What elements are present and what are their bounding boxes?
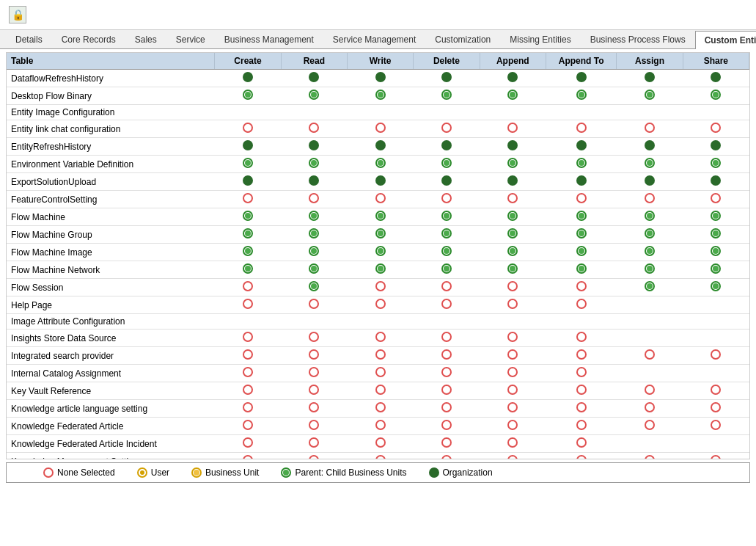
- none-selected-icon[interactable]: [43, 467, 54, 478]
- none-selected-icon[interactable]: [507, 193, 518, 203]
- none-selected-icon[interactable]: [243, 281, 253, 291]
- table-cell-assign[interactable]: [617, 279, 683, 296]
- table-cell-append[interactable]: [480, 244, 546, 261]
- table-cell-share[interactable]: [683, 279, 749, 296]
- organization-icon[interactable]: [375, 72, 386, 82]
- table-cell-share[interactable]: [683, 296, 749, 314]
- parent-child-bu-icon[interactable]: [576, 228, 587, 239]
- table-cell-append[interactable]: [480, 279, 546, 296]
- table-cell-read[interactable]: [281, 244, 347, 261]
- table-cell-appendto[interactable]: [546, 314, 616, 330]
- table-cell-read[interactable]: [281, 400, 347, 418]
- table-cell-share[interactable]: [683, 156, 749, 173]
- none-selected-icon[interactable]: [309, 402, 319, 412]
- parent-child-bu-icon[interactable]: [243, 90, 253, 100]
- none-selected-icon[interactable]: [576, 367, 587, 377]
- none-selected-icon[interactable]: [507, 123, 518, 133]
- parent-child-bu-icon[interactable]: [309, 158, 319, 168]
- table-cell-write[interactable]: [347, 382, 413, 400]
- none-selected-icon[interactable]: [309, 455, 319, 459]
- none-selected-icon[interactable]: [507, 281, 518, 291]
- table-cell-append[interactable]: [480, 296, 546, 314]
- organization-icon[interactable]: [576, 72, 587, 82]
- table-cell-share[interactable]: [683, 70, 749, 87]
- table-cell-assign[interactable]: [617, 70, 683, 87]
- table-cell-assign[interactable]: [617, 120, 683, 138]
- parent-child-bu-icon[interactable]: [645, 263, 655, 274]
- table-cell-write[interactable]: [347, 296, 413, 314]
- table-cell-share[interactable]: [683, 435, 749, 453]
- parent-child-bu-icon[interactable]: [243, 246, 253, 256]
- tab-sales[interactable]: Sales: [125, 30, 166, 48]
- parent-child-bu-icon[interactable]: [576, 263, 587, 274]
- parent-child-bu-icon[interactable]: [375, 90, 386, 100]
- table-cell-assign[interactable]: [617, 226, 683, 244]
- table-cell-create[interactable]: [215, 279, 281, 296]
- none-selected-icon[interactable]: [309, 420, 319, 430]
- table-cell-append[interactable]: [480, 120, 546, 138]
- table-cell-append[interactable]: [480, 330, 546, 347]
- parent-child-bu-icon[interactable]: [645, 211, 655, 221]
- table-cell-create[interactable]: [215, 418, 281, 435]
- table-cell-append[interactable]: [480, 105, 546, 120]
- table-cell-share[interactable]: [683, 226, 749, 244]
- table-cell-delete[interactable]: [414, 70, 480, 87]
- table-cell-delete[interactable]: [414, 279, 480, 296]
- table-cell-assign[interactable]: [617, 330, 683, 347]
- table-cell-create[interactable]: [215, 156, 281, 173]
- table-cell-share[interactable]: [683, 365, 749, 382]
- table-cell-assign[interactable]: [617, 314, 683, 330]
- parent-child-bu-icon[interactable]: [375, 228, 386, 239]
- table-cell-assign[interactable]: [617, 400, 683, 418]
- table-cell-assign[interactable]: [617, 435, 683, 453]
- table-cell-append[interactable]: [480, 138, 546, 156]
- none-selected-icon[interactable]: [507, 349, 518, 360]
- parent-child-bu-icon[interactable]: [309, 90, 319, 100]
- table-cell-appendto[interactable]: [546, 261, 616, 279]
- user-icon[interactable]: [137, 467, 147, 478]
- none-selected-icon[interactable]: [441, 385, 452, 395]
- table-cell-read[interactable]: [281, 191, 347, 208]
- table-cell-append[interactable]: [480, 400, 546, 418]
- table-cell-share[interactable]: [683, 244, 749, 261]
- table-cell-write[interactable]: [347, 279, 413, 296]
- organization-icon[interactable]: [243, 72, 253, 82]
- none-selected-icon[interactable]: [711, 402, 721, 412]
- table-cell-read[interactable]: [281, 330, 347, 347]
- table-cell-appendto[interactable]: [546, 244, 616, 261]
- none-selected-icon[interactable]: [711, 455, 721, 459]
- none-selected-icon[interactable]: [243, 455, 253, 459]
- parent-child-bu-icon[interactable]: [309, 263, 319, 274]
- table-cell-delete[interactable]: [414, 261, 480, 279]
- none-selected-icon[interactable]: [375, 437, 386, 448]
- table-cell-assign[interactable]: [617, 347, 683, 365]
- table-cell-share[interactable]: [683, 347, 749, 365]
- table-cell-appendto[interactable]: [546, 365, 616, 382]
- table-cell-create[interactable]: [215, 70, 281, 87]
- table-cell-create[interactable]: [215, 400, 281, 418]
- table-cell-appendto[interactable]: [546, 138, 616, 156]
- parent-child-bu-icon[interactable]: [711, 228, 721, 239]
- table-cell-appendto[interactable]: [546, 120, 616, 138]
- table-cell-write[interactable]: [347, 330, 413, 347]
- table-cell-assign[interactable]: [617, 173, 683, 191]
- table-cell-assign[interactable]: [617, 138, 683, 156]
- none-selected-icon[interactable]: [576, 299, 587, 309]
- parent-child-bu-icon[interactable]: [243, 263, 253, 274]
- tab-service[interactable]: Service: [166, 30, 215, 48]
- table-cell-write[interactable]: [347, 226, 413, 244]
- none-selected-icon[interactable]: [309, 193, 319, 203]
- organization-icon[interactable]: [711, 72, 721, 82]
- parent-child-bu-icon[interactable]: [576, 246, 587, 256]
- none-selected-icon[interactable]: [243, 385, 253, 395]
- none-selected-icon[interactable]: [645, 349, 655, 360]
- none-selected-icon[interactable]: [441, 402, 452, 412]
- none-selected-icon[interactable]: [375, 385, 386, 395]
- none-selected-icon[interactable]: [441, 123, 452, 133]
- organization-icon[interactable]: [576, 140, 587, 150]
- organization-icon[interactable]: [576, 175, 587, 186]
- parent-child-bu-icon[interactable]: [645, 90, 655, 100]
- none-selected-icon[interactable]: [576, 281, 587, 291]
- table-cell-appendto[interactable]: [546, 382, 616, 400]
- organization-icon[interactable]: [441, 175, 452, 186]
